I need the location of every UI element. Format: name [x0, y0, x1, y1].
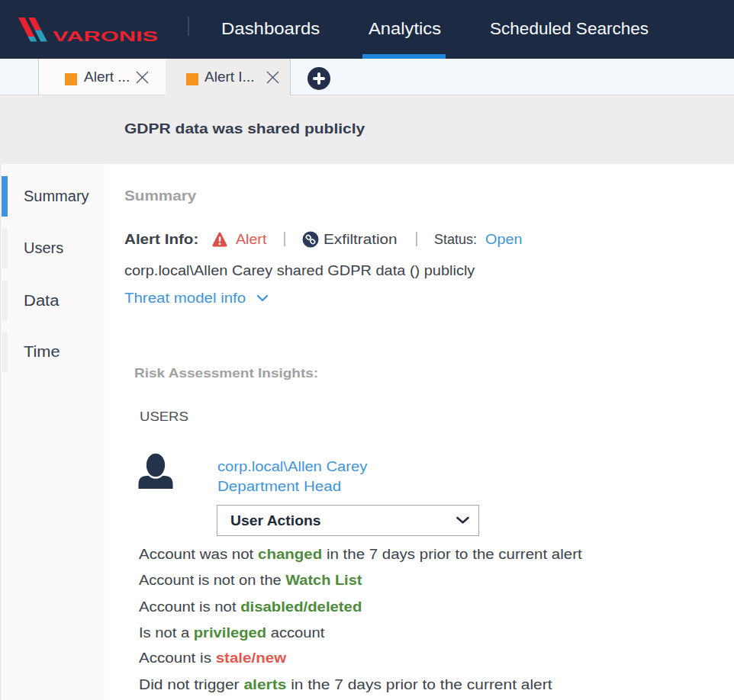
svg-text:VARONIS: VARONIS — [53, 28, 158, 43]
